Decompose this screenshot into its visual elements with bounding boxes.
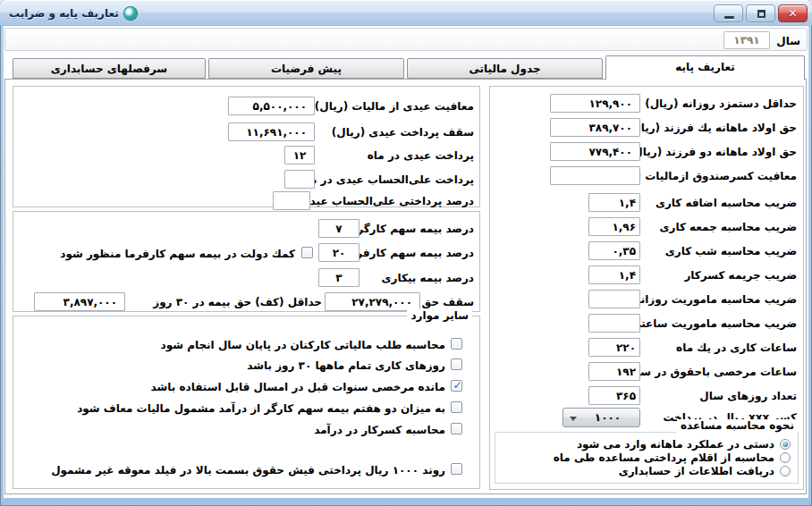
fund-deduction-exemption-input[interactable] [550,166,640,185]
window-title: تعاریف پایه و ضرایب [9,7,119,20]
advance-from-payments-label: محاسبه از اقلام پرداختی مساعده طی ماه [554,451,774,464]
advance-manual-label: دستی در عملكرد ماهانه وارد می شود [577,438,774,451]
eydi-advance-percent-input[interactable] [273,191,310,210]
eydi-tax-exemption-label: معافیت عیدی از مالیات (ریال) [315,100,474,113]
monthly-work-hours-input[interactable] [588,338,640,357]
friday-work-factor-input[interactable] [588,217,640,236]
year-label: سال [776,35,800,47]
worker-insurance-percent-label: درصد بیمه سهم كارگر [357,223,474,235]
payment-rounding-select[interactable]: ۱۰۰۰ [562,408,640,427]
previous-leave-balance-label: مانده مرخصی سنوات قبل در امسال قابل استف… [150,381,445,393]
insurance-group: درصد بیمه سهم كارگر درصد بیمه سهم كارفرم… [13,211,480,312]
app-window: تعاریف پایه و ضرایب ✕ سال تعاریف پایه جد… [0,0,812,506]
app-logo-icon [124,7,137,20]
employer-insurance-percent-label: درصد بیمه سهم كارفرما [345,247,474,259]
advance-manual-radio[interactable] [780,439,791,450]
year-toolbar: سال [4,28,808,51]
tab-defaults[interactable]: پیش فرضیات [208,58,404,79]
tax-claim-label: محاسبه طلب مالیاتی كاركنان در پایان سال … [161,339,446,351]
payment-rounding-value: ۱۰۰۰ [579,411,636,425]
child-allowance-1-input[interactable] [550,118,640,137]
insurance-ceiling-input[interactable] [325,292,420,311]
night-work-factor-label: ضریب محاسبه شب كاری [665,245,797,257]
undertime-in-income-checkbox[interactable] [451,423,462,434]
daily-mission-factor-input[interactable] [588,290,640,308]
insurance-floor-label: حداقل (كف) حق بیمه در ۳۰ روز [153,296,322,308]
base-definitions-panel: حداقل دستمزد روزانه (ریال) حق اولاد ماها… [489,86,804,490]
round-1000-payslip-checkbox[interactable] [451,463,462,475]
days-of-year-label: تعداد روزهای سال [699,390,797,402]
eydi-payment-month-input[interactable] [284,146,315,164]
eydi-ceiling-input[interactable] [228,122,315,141]
advance-method-caption: نحوه محاسبه مساعده [677,419,798,433]
close-icon: ✕ [779,7,807,20]
client-area: سال تعاریف پایه جدول مالیاتی پیش فرضیات … [4,26,808,498]
other-items-group: سایر موارد محاسبه طلب مالیاتی كاركنان در… [13,316,480,489]
minimize-button[interactable] [714,4,743,22]
tax-claim-checkbox[interactable] [451,338,462,350]
two-sevenths-insurance-exempt-label: به میزان دو هفتم بیمه سهم كارگر از درآمد… [77,402,445,415]
titlebar: تعاریف پایه و ضرایب ✕ [0,0,812,26]
annual-paid-leave-hours-label: ساعات مرخصی باحقوق در سال [627,366,797,378]
eydi-advance-month-input[interactable] [284,170,315,189]
friday-work-factor-label: ضریب محاسبه جمعه كاری [660,221,798,233]
worker-insurance-percent-input[interactable] [318,219,359,238]
eydi-advance-month-label: پرداخت علی‌الحساب عیدی در ماه [300,173,474,186]
year-input[interactable] [723,31,770,49]
maximize-button[interactable] [746,4,775,22]
child-allowance-2-input[interactable] [550,142,640,161]
employer-insurance-percent-input[interactable] [318,243,359,262]
tab-base-definitions[interactable]: تعاریف پایه [605,55,805,80]
thirty-day-months-checkbox[interactable] [451,358,462,370]
eydi-group: معافیت عیدی از مالیات (ریال) سقف پرداخت … [13,86,480,207]
monthly-work-hours-label: ساعات كاری در یك ماه [676,342,797,354]
minimize-icon [724,16,734,19]
insurance-floor-input[interactable] [34,292,125,311]
night-work-factor-input[interactable] [588,241,640,260]
round-1000-payslip-label: روند ۱۰۰۰ ریال پرداختی فیش حقوق بسمت بال… [51,464,445,476]
min-daily-wage-input[interactable] [550,94,640,113]
unemployment-insurance-percent-input[interactable] [318,268,359,287]
gov-help-checkbox[interactable] [301,247,313,258]
advance-from-payments-radio[interactable] [780,452,791,463]
window-controls: ✕ [714,4,808,22]
other-items-caption: سایر موارد [407,309,472,323]
tab-page: حداقل دستمزد روزانه (ریال) حق اولاد ماها… [4,79,807,494]
advance-from-accounting-radio[interactable] [780,466,791,476]
child-allowance-2-label: حق اولاد ماهانه دو فرزند (ریال) [629,146,797,158]
annual-paid-leave-hours-input[interactable] [588,362,640,381]
close-button[interactable]: ✕ [778,4,808,22]
advance-method-group: دستی در عملكرد ماهانه وارد می شود محاسبه… [495,432,799,484]
eydi-ceiling-label: سقف پرداخت عیدی (ریال) [332,126,474,139]
title-group: تعاریف پایه و ضرایب [9,5,137,21]
advance-from-accounting-label: دریافت اطلاعات از حسابداری [619,465,774,477]
child-allowance-1-label: حق اولاد ماهانه یك فرزند (ریال) [627,122,797,134]
eydi-tax-exemption-input[interactable] [228,97,315,115]
eydi-advance-percent-label: درصد پرداختی علی‌الحساب عیدی [300,195,474,207]
overtime-factor-label: ضریب محاسبه اضافه كاری [656,197,797,209]
eydi-payment-month-label: پرداخت عیدی در ماه [368,149,474,162]
maximize-icon [757,10,765,18]
previous-leave-balance-checkbox[interactable] [451,380,462,392]
tab-tax-table[interactable]: جدول مالیاتی [407,58,603,79]
hourly-mission-factor-input[interactable] [588,314,640,333]
hourly-mission-factor-label: ضریب محاسبه ماموریت ساعتی [630,317,797,330]
thirty-day-months-label: روزهای كاری تمام ماهها ۳۰ روز باشد [247,359,445,372]
two-sevenths-insurance-exempt-checkbox[interactable] [451,401,462,413]
undertime-in-income-label: محاسبه كسركار در درآمد [314,424,445,436]
chevron-down-icon [570,417,577,421]
daily-mission-factor-label: ضریب محاسبه ماموریت روزانه [634,293,797,306]
days-of-year-input[interactable] [588,386,640,405]
tab-accounting-headers[interactable]: سرفصلهای حسابداری [13,58,206,79]
overtime-factor-input[interactable] [588,193,640,212]
gov-help-label: كمك دولت در بیمه سهم كارفرما منظور شود [60,248,295,260]
undertime-penalty-factor-label: ضریب جریمه كسركار [684,269,797,282]
unemployment-insurance-percent-label: درصد بیمه بیكاری [382,272,474,284]
min-daily-wage-label: حداقل دستمزد روزانه (ریال) [645,97,797,110]
undertime-penalty-factor-input[interactable] [588,266,640,284]
